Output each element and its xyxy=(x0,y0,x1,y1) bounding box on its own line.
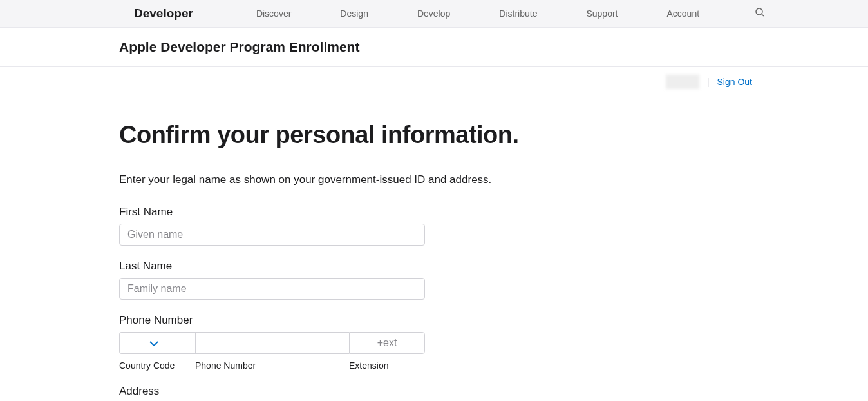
search-icon[interactable] xyxy=(755,7,765,20)
phone-number-input[interactable] xyxy=(195,332,349,354)
nav-link-distribute[interactable]: Distribute xyxy=(475,8,561,19)
nav-link-design[interactable]: Design xyxy=(316,8,393,19)
first-name-group: First Name xyxy=(119,206,544,246)
extension-input[interactable] xyxy=(349,332,425,354)
country-code-select[interactable] xyxy=(119,332,195,354)
last-name-group: Last Name xyxy=(119,260,544,300)
page-heading: Confirm your personal information. xyxy=(119,121,544,149)
last-name-input[interactable] xyxy=(119,278,425,300)
phone-number-sublabel: Phone Number xyxy=(195,360,349,371)
nav-brand[interactable]: Developer xyxy=(134,6,193,21)
chevron-down-icon xyxy=(149,337,158,349)
divider: | xyxy=(707,77,710,87)
page-subtitle: Apple Developer Program Enrollment xyxy=(119,39,359,54)
nav-link-account[interactable]: Account xyxy=(643,8,724,19)
sign-out-link[interactable]: Sign Out xyxy=(717,77,752,87)
address-label: Address xyxy=(119,385,544,398)
address-group: Address xyxy=(119,385,544,401)
first-name-label: First Name xyxy=(119,206,544,219)
extension-sublabel: Extension xyxy=(349,360,425,371)
nav-link-discover[interactable]: Discover xyxy=(232,8,316,19)
instruction-text: Enter your legal name as shown on your g… xyxy=(119,173,544,186)
nav-link-develop[interactable]: Develop xyxy=(393,8,475,19)
svg-line-1 xyxy=(762,14,764,16)
first-name-input[interactable] xyxy=(119,224,425,246)
phone-label: Phone Number xyxy=(119,314,544,327)
user-bar: | Sign Out xyxy=(0,67,868,89)
svg-point-0 xyxy=(756,8,762,15)
country-code-sublabel: Country Code xyxy=(119,360,195,371)
phone-group: Phone Number Country Code Phone Number E… xyxy=(119,314,544,371)
main-content: Confirm your personal information. Enter… xyxy=(119,89,544,401)
top-nav: Developer Discover Design Develop Distri… xyxy=(0,0,868,28)
user-avatar xyxy=(666,75,699,89)
sub-header: Apple Developer Program Enrollment xyxy=(0,28,868,67)
last-name-label: Last Name xyxy=(119,260,544,273)
nav-link-support[interactable]: Support xyxy=(561,8,642,19)
